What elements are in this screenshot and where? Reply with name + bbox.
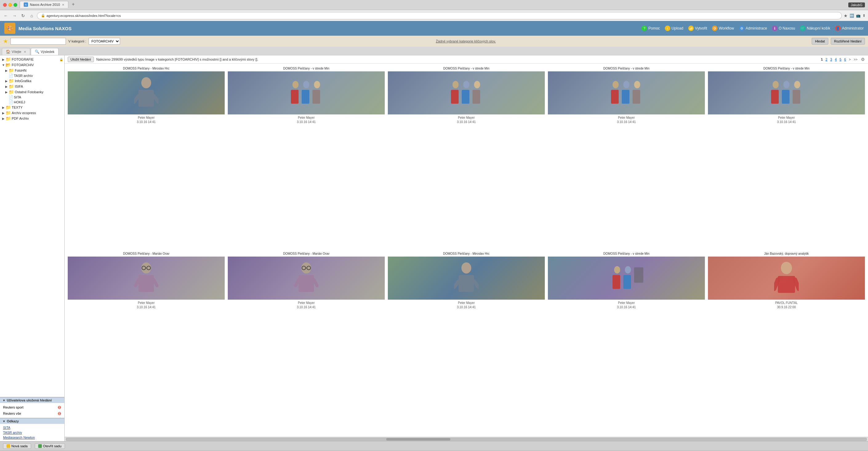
page-last[interactable]: >> [852, 57, 859, 62]
vitejte-tab-close[interactable]: ✕ [24, 50, 26, 54]
tree-toggle-ostatne[interactable]: ▶ [4, 91, 9, 94]
image-thumbnail[interactable] [708, 257, 865, 300]
image-thumbnail[interactable] [388, 257, 545, 300]
nova-sada-label: Nová sada [11, 444, 28, 448]
refresh-button[interactable]: ↻ [20, 12, 27, 19]
nav-workflow[interactable]: ⚙ Workflow [712, 26, 734, 31]
nav-upload[interactable]: ↑ Upload [665, 26, 683, 31]
tab-vysledek[interactable]: 🔍 Výsledek [31, 48, 59, 55]
tree-item-tasr[interactable]: ▶ 📄 TASR archív [0, 73, 64, 78]
saved-searches-toggle[interactable]: ▼ [2, 399, 5, 402]
svg-point-23 [783, 81, 789, 88]
list-item[interactable]: DOMOSS Piešťany - Marián Orav Peter Maye… [228, 252, 385, 434]
links-section[interactable]: ▼ Odkazy [0, 418, 64, 424]
tree-item-isifa[interactable]: ▶ 📁 ISIFA [0, 84, 64, 89]
tree-toggle-pdf-archiv[interactable]: ▶ [1, 117, 5, 120]
tree-toggle-archiv-ecopress[interactable]: ▶ [1, 111, 5, 115]
back-button[interactable]: ← [2, 12, 9, 19]
remove-reuters-sport-button[interactable]: ⊖ [58, 405, 61, 410]
image-thumbnail[interactable] [228, 257, 385, 300]
image-thumbnail[interactable] [548, 71, 705, 115]
saved-search-reuters-vse[interactable]: Reuters vše ⊖ [0, 410, 64, 417]
cast-icon[interactable]: 📺 [856, 13, 861, 18]
grid-settings-icon[interactable]: ⚙ [861, 57, 865, 62]
tree-toggle-isifa[interactable]: ▶ [4, 85, 9, 88]
link-tasr[interactable]: TASR archív [0, 430, 64, 435]
tree-item-archiv-ecopress[interactable]: ▶ 📁 Archív ecopress [0, 110, 64, 116]
image-thumbnail[interactable] [68, 257, 225, 300]
page-next[interactable]: > [848, 57, 852, 62]
search-button[interactable]: Hledat [812, 38, 828, 44]
maximize-window-button[interactable] [13, 3, 17, 7]
advanced-search-button[interactable]: Rozšířené hledání [831, 38, 865, 44]
category-select[interactable]: FOTOARCHIV FOTOGRAFIE TEXTY [89, 38, 120, 44]
nav-administrace[interactable]: ⚙ Administrace [739, 26, 767, 31]
tree-toggle-texty[interactable]: ▶ [1, 106, 5, 109]
list-item[interactable]: Ján Bazovský, dopravný analytik PAVOL FU… [708, 252, 865, 434]
tree-item-pdf-archiv[interactable]: ▶ 📁 PDF Archív [0, 116, 64, 121]
save-search-button[interactable]: Uložit hledání [68, 57, 94, 62]
tree-toggle-fotohn[interactable]: ▶ [4, 69, 9, 72]
nav-vytvorit[interactable]: 📁 Vytvořit [688, 26, 707, 31]
tree-toggle-fotoarchiv[interactable]: ▼ [1, 63, 5, 67]
page-3[interactable]: 3 [829, 57, 833, 62]
list-item[interactable]: DOMOSS Piešťany - v strede Min Peter May… [548, 67, 705, 249]
remove-reuters-vse-button[interactable]: ⊖ [58, 411, 61, 416]
share-icon[interactable]: ⬆ [863, 13, 866, 18]
search-input[interactable] [10, 38, 66, 44]
tree-toggle-fotografie[interactable]: ▶ [1, 58, 5, 61]
home-button[interactable]: ⌂ [28, 12, 35, 19]
tree-item-ostatne[interactable]: ▶ 📁 Ostatné Fotobanky [0, 89, 64, 95]
star-icon[interactable]: ★ [3, 38, 8, 44]
page-5[interactable]: 5 [838, 57, 842, 62]
tree-item-fotohn[interactable]: ▶ 📁 FotoHN [0, 68, 64, 73]
address-bar[interactable]: 🔒 agentury.ecopress.sk/naxos/index.html?… [37, 12, 842, 20]
link-sita[interactable]: SITA [0, 425, 64, 430]
bookmark-icon[interactable]: ★ [844, 13, 848, 18]
list-item[interactable]: DOMOSS Piešťany - v strede Min Peter May… [388, 67, 545, 249]
link-mediasearch[interactable]: Mediasearch Newton [0, 435, 64, 440]
browser-tab[interactable]: N Naxos Archive 2010 ✕ [20, 1, 68, 8]
tree-item-fotoarchiv[interactable]: ▼ 📂 FOTOARCHIV [0, 62, 64, 68]
extensions-icon[interactable]: 🔤 [849, 13, 854, 18]
tree-item-texty[interactable]: ▶ 📁 TEXTY [0, 105, 64, 110]
nav-nakupni-kosik[interactable]: 🛒 Nákupní košík [800, 26, 830, 31]
tab-vitejte[interactable]: 🏠 Vítejte ✕ [2, 48, 30, 55]
list-item[interactable]: DOMOSS Piešťany - v strede Min Peter May… [548, 252, 705, 434]
close-window-button[interactable] [3, 3, 7, 7]
list-item[interactable]: DOMOSS Piešťany - Marián Orav Peter Maye… [68, 252, 225, 434]
saved-searches-section[interactable]: ▼ Uživatelova uložená hledání [0, 397, 64, 403]
image-thumbnail[interactable] [388, 71, 545, 115]
page-6[interactable]: 6 [843, 57, 847, 62]
tree-item-infografika[interactable]: ▶ 📁 InfoGrafika [0, 78, 64, 84]
user-label[interactable]: JakubG [848, 2, 865, 7]
image-thumbnail[interactable] [228, 71, 385, 115]
tree-item-sita[interactable]: ▶ 📄 SITA [0, 95, 64, 100]
nav-o-naxosu[interactable]: ℹ O Naxosu [772, 26, 795, 31]
saved-search-reuters-sport[interactable]: Reuters sport ⊖ [0, 404, 64, 410]
list-item[interactable]: DOMOSS Piešťany - Miroslav Hrc Peter May… [68, 67, 225, 249]
new-tab-button[interactable]: + [69, 1, 77, 8]
horizontal-scrollbar[interactable] [65, 437, 868, 441]
list-item[interactable]: DOMOSS Piešťany - v strede Min Peter May… [708, 67, 865, 249]
tab-close-button[interactable]: ✕ [62, 3, 64, 6]
nav-administrator[interactable]: 👤 Administrator [835, 26, 864, 31]
nav-pomoc[interactable]: ? Pomoc [642, 26, 660, 31]
list-item[interactable]: DOMOSS Piešťany - Miroslav Hrc Peter May… [388, 252, 545, 434]
page-2[interactable]: 2 [825, 57, 828, 62]
tree-item-fotografie[interactable]: ▶ 📁 FOTOGRAFIE 🔒 [0, 57, 64, 62]
image-thumbnail[interactable] [708, 71, 865, 115]
page-4[interactable]: 4 [834, 57, 838, 62]
list-item[interactable]: DOMOSS Piešťany - v strede Min Peter May… [228, 67, 385, 249]
nova-sada-button[interactable]: Nová sada [3, 443, 31, 449]
tree-toggle-infografika[interactable]: ▶ [4, 79, 9, 83]
minimize-window-button[interactable] [8, 3, 12, 7]
image-thumbnail[interactable] [548, 257, 705, 300]
forward-button[interactable]: → [11, 12, 18, 19]
image-thumbnail[interactable] [68, 71, 225, 115]
otevrit-sadu-button[interactable]: Otevřít sadu [35, 443, 65, 449]
links-toggle[interactable]: ▼ [2, 420, 5, 423]
page-1[interactable]: 1 [820, 57, 824, 62]
sidebar-tree[interactable]: ▶ 📁 FOTOGRAFIE 🔒 ▼ 📂 FOTOARCHIV ▶ 📁 Foto… [0, 55, 64, 397]
tree-item-hokej[interactable]: ▶ 📄 HOKEJ [0, 100, 64, 105]
